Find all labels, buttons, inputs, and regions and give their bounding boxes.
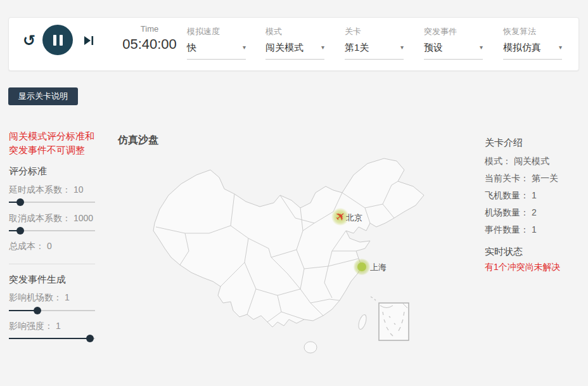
pause-button[interactable]: [42, 25, 73, 55]
select-emergency-label: 突发事件: [424, 26, 483, 37]
slider-handle[interactable]: [16, 198, 24, 206]
step-forward-icon: [82, 35, 95, 46]
chevron-down-icon: ▾: [321, 44, 324, 51]
select-level[interactable]: 关卡 第1关 ▾: [345, 26, 404, 60]
select-recovery-algorithm-value: 模拟仿真: [503, 42, 541, 54]
impact-strength-slider[interactable]: [9, 335, 95, 342]
chevron-down-icon: ▾: [243, 44, 246, 51]
impact-strength-label: 影响强度： 1: [9, 321, 61, 332]
shanghai-marker-label: 上海: [370, 262, 387, 273]
slider-handle[interactable]: [86, 335, 94, 342]
select-mode-label: 模式: [265, 26, 324, 37]
south-china-sea-inset: [371, 297, 409, 340]
beijing-marker-label: 北京: [346, 212, 362, 224]
chevron-down-icon: ▾: [400, 44, 404, 51]
step-forward-button[interactable]: [82, 35, 95, 46]
panel-item-aircraft-count: 飞机数量： 1: [485, 190, 537, 202]
cancel-cost-slider[interactable]: [9, 227, 95, 235]
emergency-generation-header: 突发事件生成: [9, 274, 66, 286]
panel-item-current-level: 当前关卡： 第一关: [485, 173, 558, 184]
sidebar-divider: [9, 264, 95, 264]
chevron-down-icon: ▾: [559, 44, 562, 51]
chevron-down-icon: ▾: [480, 44, 483, 51]
select-level-value: 第1关: [345, 42, 369, 54]
hainan-island: [304, 342, 317, 353]
slider-handle[interactable]: [16, 227, 24, 235]
select-recovery-algorithm-label: 恢复算法: [503, 26, 562, 37]
delay-cost-slider[interactable]: [9, 198, 95, 206]
level-intro-header: 关卡介绍: [485, 137, 523, 149]
select-sim-speed-value: 快: [187, 42, 196, 54]
china-outline: [153, 158, 424, 327]
panel-item-mode: 模式： 闯关模式: [485, 156, 549, 167]
app-root: ↺ Time 05:40:00 模拟速度 快 ▾ 模式 闯关模式 ▾ 关卡: [0, 0, 588, 386]
simulation-toolbar: ↺ Time 05:40:00 模拟速度 快 ▾ 模式 闯关模式 ▾ 关卡: [8, 17, 579, 71]
cancel-cost-label: 取消成本系数： 1000: [9, 213, 93, 224]
panel-item-event-count: 事件数量： 1: [485, 224, 537, 236]
select-emergency-value: 预设: [424, 42, 443, 54]
sandbox-title: 仿真沙盘: [118, 134, 158, 147]
show-level-description-button[interactable]: 显示关卡说明: [8, 87, 78, 105]
time-label: Time: [118, 24, 181, 34]
panel-item-airport-count: 机场数量： 2: [485, 207, 537, 219]
time-display: Time 05:40:00: [118, 24, 181, 53]
select-sim-speed[interactable]: 模拟速度 快 ▾: [187, 26, 246, 60]
restart-icon[interactable]: ↺: [20, 30, 38, 51]
shanghai-airport-dot[interactable]: [357, 262, 366, 271]
affected-airports-slider[interactable]: [9, 307, 95, 314]
china-map: [144, 156, 426, 356]
select-sim-speed-label: 模拟速度: [187, 26, 246, 37]
select-emergency[interactable]: 突发事件 预设 ▾: [424, 26, 483, 60]
small-islands: [371, 297, 376, 300]
select-mode-value: 闯关模式: [265, 42, 304, 54]
time-value: 05:40:00: [118, 36, 181, 53]
mode-warning-text: 闯关模式评分标准和突发事件不可调整: [9, 129, 101, 157]
pause-icon: [60, 35, 63, 46]
select-recovery-algorithm[interactable]: 恢复算法 模拟仿真 ▾: [503, 26, 562, 60]
scoring-standard-header: 评分标准: [9, 165, 47, 177]
select-level-label: 关卡: [345, 26, 404, 37]
slider-handle[interactable]: [34, 307, 41, 314]
delay-cost-label: 延时成本系数： 10: [9, 184, 83, 196]
realtime-status-header: 实时状态: [485, 246, 523, 258]
conflict-alert-text: 有1个冲突尚未解决: [485, 262, 561, 273]
select-mode[interactable]: 模式 闯关模式 ▾: [265, 26, 324, 60]
taiwan-island: [357, 314, 368, 330]
total-cost-label: 总成本： 0: [9, 241, 52, 252]
pause-icon: [53, 35, 56, 46]
slider-fill: [9, 338, 90, 339]
affected-airports-label: 影响机场数： 1: [9, 292, 70, 304]
